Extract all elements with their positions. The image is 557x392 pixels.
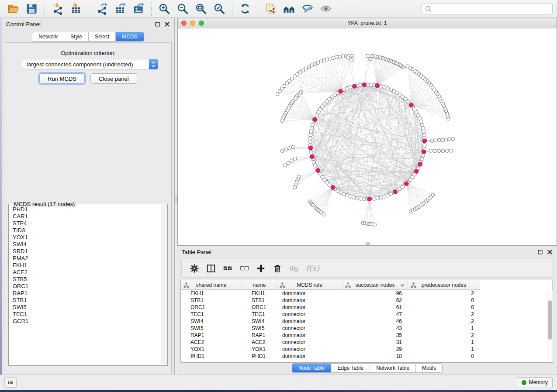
refresh-button[interactable] — [237, 1, 253, 16]
network-node[interactable] — [309, 133, 312, 137]
mcds-result-item[interactable]: GCR1 — [13, 318, 160, 325]
column-header-name[interactable]: name — [242, 280, 277, 290]
network-node[interactable] — [446, 149, 449, 153]
network-node[interactable] — [288, 147, 291, 150]
export-network-button[interactable] — [94, 1, 110, 16]
mcds-result-item[interactable]: RAP1 — [13, 290, 160, 297]
mcds-result-item[interactable]: PMA2 — [13, 255, 160, 262]
close-panel-button[interactable]: Close panel — [90, 73, 137, 84]
table-row[interactable]: SWI5SWI5connector431 — [181, 325, 553, 332]
network-node[interactable] — [448, 138, 451, 141]
network-hub-node[interactable] — [375, 83, 380, 88]
mcds-result-item[interactable]: SRD1 — [13, 248, 160, 255]
network-node[interactable] — [444, 138, 448, 141]
network-hub-node[interactable] — [308, 146, 313, 150]
network-node[interactable] — [359, 197, 362, 200]
export-image-button[interactable] — [131, 1, 146, 16]
select-all-button[interactable] — [220, 261, 235, 276]
float-panel-button[interactable] — [155, 21, 160, 27]
network-node[interactable] — [433, 149, 436, 153]
table-scrollbar[interactable] — [547, 291, 552, 361]
network-node[interactable] — [422, 133, 426, 137]
clone-network-button[interactable] — [263, 1, 279, 16]
network-node[interactable] — [376, 196, 379, 200]
table-row[interactable]: RAP1RAP1dominator352 — [181, 332, 553, 339]
network-node[interactable] — [322, 213, 325, 216]
network-hub-node[interactable] — [409, 103, 414, 107]
network-node[interactable] — [280, 149, 284, 153]
network-node[interactable] — [335, 55, 338, 59]
network-node[interactable] — [379, 196, 383, 199]
network-node[interactable] — [370, 54, 374, 58]
hide-selected-button[interactable] — [300, 1, 315, 16]
network-node[interactable] — [309, 130, 313, 133]
status-menu-button[interactable] — [4, 377, 17, 388]
table-row[interactable]: ACE2ACE2connector311 — [181, 339, 553, 346]
network-node[interactable] — [366, 54, 369, 58]
network-node[interactable] — [352, 196, 355, 199]
zoom-out-button[interactable] — [175, 1, 190, 16]
search-box[interactable] — [422, 3, 553, 14]
memory-button[interactable]: Memory — [517, 377, 553, 388]
network-node[interactable] — [311, 123, 315, 127]
network-node[interactable] — [421, 154, 425, 157]
network-node[interactable] — [309, 150, 313, 154]
network-node[interactable] — [293, 186, 297, 189]
table-row[interactable]: STB1STB1dominator620 — [181, 297, 553, 304]
network-node[interactable] — [280, 119, 284, 122]
tab-network-table[interactable]: Network Table — [370, 364, 416, 372]
table-scrollbar-thumb[interactable] — [548, 300, 552, 340]
network-hub-node[interactable] — [418, 162, 422, 166]
network-node[interactable] — [434, 139, 437, 142]
export-table-button[interactable] — [112, 1, 128, 16]
deselect-all-button[interactable] — [237, 261, 252, 276]
network-node[interactable] — [389, 192, 393, 196]
network-hub-node[interactable] — [393, 190, 398, 194]
close-table-panel-button[interactable] — [547, 249, 553, 255]
import-network-button[interactable] — [50, 1, 66, 16]
add-column-button[interactable] — [253, 261, 268, 276]
network-node[interactable] — [349, 195, 352, 198]
network-node[interactable] — [308, 140, 312, 144]
import-table-button[interactable] — [68, 1, 84, 16]
mcds-result-item[interactable]: STB1 — [13, 297, 160, 304]
network-node[interactable] — [373, 223, 377, 226]
network-node[interactable] — [362, 197, 366, 201]
mcds-result-item[interactable]: ORC1 — [13, 283, 160, 290]
network-hub-node[interactable] — [362, 83, 367, 87]
tab-style[interactable]: Style — [64, 32, 89, 41]
network-node[interactable] — [437, 138, 441, 142]
table-row[interactable]: ORC1ORC1dominator610 — [181, 304, 553, 311]
float-table-panel-button[interactable] — [537, 249, 543, 255]
network-node[interactable] — [383, 86, 386, 89]
tab-node-table[interactable]: Node Table — [292, 364, 332, 372]
show-column-button[interactable] — [204, 261, 218, 276]
network-node[interactable] — [430, 139, 434, 142]
network-hub-node[interactable] — [331, 186, 335, 190]
column-header-successor-nodes[interactable]: successor nodes — [343, 280, 408, 290]
network-hub-node[interactable] — [339, 89, 343, 94]
network-hub-node[interactable] — [313, 117, 317, 122]
network-hub-node[interactable] — [415, 169, 419, 174]
network-node[interactable] — [315, 113, 318, 117]
mcds-result-item[interactable]: FKH1 — [13, 262, 160, 269]
tab-network[interactable]: Network — [32, 32, 64, 41]
network-node[interactable] — [338, 55, 342, 58]
mcds-result-item[interactable]: PHD1 — [13, 206, 160, 213]
column-header-predecessor-nodes[interactable]: predecessor nodes — [408, 280, 480, 290]
network-hub-node[interactable] — [422, 139, 427, 143]
network-node[interactable] — [420, 157, 424, 161]
network-hub-node[interactable] — [316, 168, 320, 173]
network-node[interactable] — [379, 85, 383, 88]
network-node[interactable] — [423, 144, 426, 147]
zoom-fit-button[interactable] — [193, 1, 209, 16]
network-node[interactable] — [328, 183, 331, 186]
mcds-result-item[interactable]: SWI5 — [13, 304, 160, 311]
network-canvas[interactable] — [178, 28, 557, 245]
mcds-result-item[interactable]: CAR1 — [13, 213, 160, 220]
table-row[interactable]: TEC1TEC1connector472 — [181, 311, 553, 318]
mcds-result-item[interactable]: SWI4 — [13, 241, 160, 248]
mcds-result-item[interactable]: TEC1 — [13, 311, 160, 318]
network-node[interactable] — [373, 197, 376, 200]
network-node[interactable] — [369, 83, 373, 86]
